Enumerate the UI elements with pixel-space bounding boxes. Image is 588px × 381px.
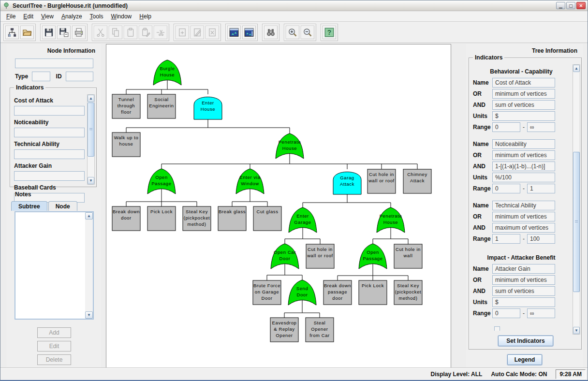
attack-tree-canvas[interactable]: BurgleHouseTunnelthroughfloorSocialEngin… <box>106 44 451 368</box>
tree-node-enter-house[interactable]: EnterHouse <box>194 97 222 119</box>
tree-view-alt-button[interactable] <box>242 26 256 39</box>
indicator-field[interactable]: Technical Ability <box>492 201 555 210</box>
indicator-field[interactable]: %/100 <box>492 173 555 182</box>
indicator-value-field[interactable] <box>14 149 85 159</box>
tree-node-garag-attack[interactable]: GaragAttack <box>333 172 361 194</box>
copy-button[interactable] <box>109 26 122 39</box>
edit-note-button[interactable]: Edit <box>37 341 71 352</box>
indicators-scrollbar[interactable]: ▲ ▼ <box>87 94 95 185</box>
indicator-field[interactable]: minimum of vertices <box>492 150 555 160</box>
indicator-field[interactable]: 1 <box>492 234 520 244</box>
indicator-field[interactable]: minimum of vertices <box>492 89 555 99</box>
section-heading: Behavioral - Capability <box>473 68 570 75</box>
scroll-up-icon[interactable]: ▲ <box>88 95 94 102</box>
node-name-field[interactable] <box>15 59 93 68</box>
print-button[interactable] <box>72 26 86 39</box>
indicator-field[interactable]: Noticeability <box>492 139 555 149</box>
add-note-button[interactable]: Add <box>37 327 71 338</box>
indicator-field[interactable]: 100 <box>527 234 555 244</box>
tree-node-walk-up[interactable]: Walk up tohouse <box>112 132 140 157</box>
indicator-field[interactable]: sum of vertices <box>492 100 555 110</box>
tree-node-cut-hole-wall[interactable]: Cut hole inwall <box>394 244 422 268</box>
indicator-field[interactable]: sum of vertices <box>492 286 555 296</box>
tree-node-break-down-door[interactable]: Break downdoor <box>112 206 140 231</box>
menu-edit[interactable]: Edit <box>19 12 37 21</box>
scrollbar-thumb[interactable] <box>88 103 94 157</box>
indicator-value-field[interactable] <box>14 128 85 137</box>
menu-analyze[interactable]: Analyze <box>58 12 86 21</box>
save-as-button[interactable] <box>57 26 71 39</box>
menu-help[interactable]: Help <box>135 12 155 21</box>
paste-special-button[interactable] <box>139 26 152 39</box>
scroll-down-icon[interactable]: ▼ <box>85 311 93 319</box>
tree-node-pick-lock-2[interactable]: Pick Lock <box>359 280 387 305</box>
indicator-field[interactable]: 0 <box>492 122 520 132</box>
scroll-down-icon[interactable]: ▼ <box>573 327 580 334</box>
open-button[interactable] <box>20 26 34 39</box>
new-tree-button[interactable] <box>5 26 19 39</box>
tree-node-cut-hole-roof-1[interactable]: Cut hole inwall or roof <box>368 169 396 193</box>
indicator-field[interactable]: maximum of vertices <box>492 223 555 233</box>
find-button[interactable] <box>264 26 278 39</box>
indicator-field[interactable]: ∞ <box>527 122 555 132</box>
menu-window[interactable]: Window <box>107 12 136 21</box>
tree-node-eavesdrop[interactable]: Eavesdrop& ReplayOpener <box>270 318 298 342</box>
indicator-field[interactable]: ∞ <box>527 308 555 318</box>
indicator-field[interactable]: $ <box>492 111 555 121</box>
tree-node-steal-opener[interactable]: StealOpenerfrom Car <box>306 318 334 342</box>
menu-view[interactable]: View <box>37 12 58 21</box>
tab-subtree[interactable]: Subtree <box>11 201 47 211</box>
help-button[interactable]: ? <box>323 26 336 39</box>
tree-node-steal-key-1[interactable]: Steal Key(pickpocketmethod) <box>183 206 211 231</box>
type-field[interactable] <box>32 72 50 81</box>
indicator-field[interactable]: Attacker Gain <box>492 264 555 274</box>
maximize-button[interactable]: ▢ <box>566 2 575 9</box>
id-field[interactable] <box>66 72 93 81</box>
tree-node-steal-key-2[interactable]: Steal Key(pickpocketmethod) <box>394 280 422 305</box>
menu-file[interactable]: File <box>2 12 19 21</box>
indicator-value-field[interactable] <box>14 106 85 116</box>
scroll-down-icon[interactable]: ▼ <box>88 177 94 184</box>
indicator-field[interactable]: 0 <box>492 308 520 318</box>
notes-textarea[interactable]: ▲ ▼ <box>15 211 94 320</box>
tree-node-chimney-attack[interactable]: ChimneyAttack <box>403 169 431 193</box>
tree-node-tunnel[interactable]: Tunnelthroughfloor <box>112 94 140 118</box>
scroll-up-icon[interactable]: ▲ <box>573 65 580 72</box>
set-indicators-button[interactable]: Set Indicators <box>498 336 553 346</box>
tree-indicators-scrollbar[interactable]: ▲ ▼ <box>573 64 580 335</box>
indicator-field[interactable]: 0 <box>492 184 520 193</box>
indicator-field[interactable]: minimum of vertices <box>492 212 555 221</box>
indicator-field[interactable]: Cost of Attack <box>492 78 555 88</box>
zoom-in-button[interactable] <box>286 26 299 39</box>
tree-node-break-down-passage[interactable]: Break downpassagedoor <box>323 280 352 305</box>
indicator-value-field[interactable] <box>14 171 85 181</box>
indicator-field[interactable]: 1 <box>527 184 555 193</box>
unlink-button[interactable] <box>154 26 167 39</box>
paste-button[interactable] <box>124 26 137 39</box>
save-button[interactable] <box>42 26 56 39</box>
delete-node-button[interactable] <box>206 26 219 39</box>
notes-scrollbar[interactable]: ▲ ▼ <box>85 212 93 319</box>
legend-button[interactable]: Legend <box>507 354 542 365</box>
close-button[interactable]: ✕ <box>576 2 586 9</box>
tree-node-social[interactable]: SocialEngineerin <box>147 94 176 118</box>
indicator-field[interactable]: minimum of vertices <box>492 275 555 285</box>
tab-node[interactable]: Node <box>48 201 77 211</box>
tree-node-break-glass[interactable]: Break glass <box>218 206 246 231</box>
indicator-field[interactable]: $ <box>492 297 555 307</box>
edit-node-button[interactable] <box>191 26 204 39</box>
tree-node-cut-glass[interactable]: Cut glass <box>253 206 281 231</box>
tree-node-cut-hole-roof-2[interactable]: Cut hole inwall or roof <box>306 244 334 268</box>
add-node-button[interactable] <box>176 26 189 39</box>
zoom-out-button[interactable] <box>301 26 314 39</box>
tree-node-pick-lock-1[interactable]: Pick Lock <box>147 206 176 231</box>
scroll-up-icon[interactable]: ▲ <box>85 212 93 220</box>
cut-button[interactable] <box>94 26 107 39</box>
menu-tools[interactable]: Tools <box>86 12 107 21</box>
scrollbar-thumb[interactable] <box>573 152 580 292</box>
indicator-field[interactable]: 1-[(1-a)(1-b)...(1-n)] <box>492 161 555 171</box>
delete-note-button[interactable]: Delete <box>37 354 71 365</box>
tree-node-brute-force[interactable]: Brute Forceon GarageDoor <box>253 280 281 305</box>
minimize-button[interactable]: ▁ <box>556 2 565 9</box>
tree-view-button[interactable] <box>227 26 241 39</box>
